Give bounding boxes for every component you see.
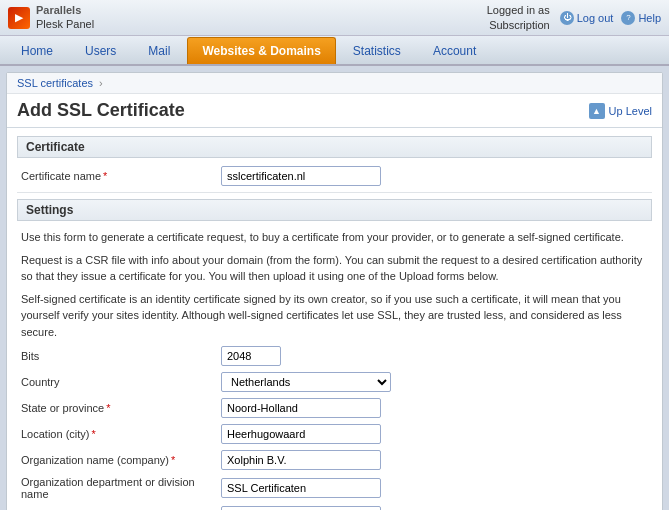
top-links: ⏻ Log out ? Help <box>560 11 661 25</box>
certificate-name-row: Certificate name* <box>17 166 652 186</box>
org-dept-input[interactable] <box>221 478 381 498</box>
form-area: Certificate Certificate name* Settings U… <box>7 128 662 510</box>
domain-input[interactable] <box>221 506 381 510</box>
logout-icon: ⏻ <box>560 11 574 25</box>
domain-row: Domain name* <box>17 506 652 510</box>
divider1 <box>17 192 652 193</box>
settings-desc3: Self-signed certificate is an identity c… <box>17 291 652 341</box>
up-level-icon: ▲ <box>589 103 605 119</box>
org-dept-row: Organization department or division name <box>17 476 652 500</box>
tab-statistics[interactable]: Statistics <box>338 37 416 64</box>
location-input[interactable] <box>221 424 381 444</box>
country-select[interactable]: Netherlands <box>221 372 391 392</box>
settings-desc1: Use this form to generate a certificate … <box>17 229 652 246</box>
org-name-row: Organization name (company)* <box>17 450 652 470</box>
certificate-name-label: Certificate name* <box>21 170 221 182</box>
logo-icon: ▶ <box>8 7 30 29</box>
breadcrumb: SSL certificates › <box>7 73 662 94</box>
logged-in-text: Logged in as Subscription <box>487 3 550 32</box>
country-label: Country <box>21 376 221 388</box>
top-bar: ▶ Parallels Plesk Panel Logged in as Sub… <box>0 0 669 36</box>
breadcrumb-parent[interactable]: SSL certificates <box>17 77 93 89</box>
org-dept-label: Organization department or division name <box>21 476 221 500</box>
tab-home[interactable]: Home <box>6 37 68 64</box>
settings-desc2: Request is a CSR file with info about yo… <box>17 252 652 285</box>
state-input[interactable] <box>221 398 381 418</box>
state-label: State or province* <box>21 402 221 414</box>
location-label: Location (city)* <box>21 428 221 440</box>
help-button[interactable]: ? Help <box>621 11 661 25</box>
location-row: Location (city)* <box>17 424 652 444</box>
logo-area: ▶ Parallels Plesk Panel <box>8 4 94 30</box>
bits-label: Bits <box>21 350 221 362</box>
page-header: Add SSL Certificate ▲ Up Level <box>7 94 662 128</box>
tab-account[interactable]: Account <box>418 37 491 64</box>
org-name-label: Organization name (company)* <box>21 454 221 466</box>
state-row: State or province* <box>17 398 652 418</box>
logout-button[interactable]: ⏻ Log out <box>560 11 614 25</box>
help-icon: ? <box>621 11 635 25</box>
bits-row: Bits <box>17 346 652 366</box>
up-level-button[interactable]: ▲ Up Level <box>589 103 652 119</box>
page-title: Add SSL Certificate <box>17 100 185 121</box>
nav-tabs: Home Users Mail Websites & Domains Stati… <box>0 36 669 66</box>
certificate-name-input[interactable] <box>221 166 381 186</box>
tab-users[interactable]: Users <box>70 37 131 64</box>
settings-section-header: Settings <box>17 199 652 221</box>
tab-websites[interactable]: Websites & Domains <box>187 37 335 64</box>
breadcrumb-separator: › <box>99 77 103 89</box>
main-content: SSL certificates › Add SSL Certificate ▲… <box>6 72 663 510</box>
country-row: Country Netherlands <box>17 372 652 392</box>
certificate-section-header: Certificate <box>17 136 652 158</box>
tab-mail[interactable]: Mail <box>133 37 185 64</box>
logo-text: Parallels Plesk Panel <box>36 4 94 30</box>
bits-input[interactable] <box>221 346 281 366</box>
org-name-input[interactable] <box>221 450 381 470</box>
top-right: Logged in as Subscription ⏻ Log out ? He… <box>487 3 661 32</box>
